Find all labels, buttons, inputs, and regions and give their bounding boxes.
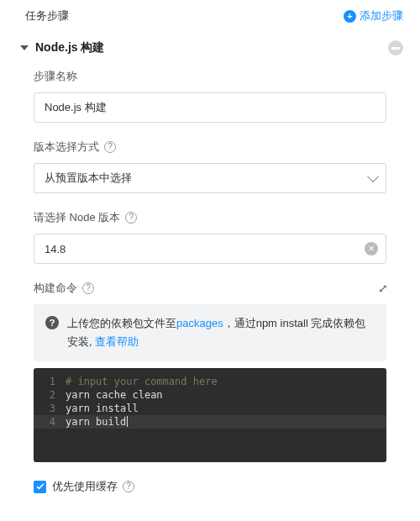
caret-down-icon[interactable] — [20, 45, 29, 50]
build-command-label: 构建命令 — [34, 281, 77, 296]
packages-link[interactable]: packages — [176, 317, 223, 329]
step-name-input[interactable] — [34, 92, 386, 123]
line-number: 3 — [42, 403, 55, 414]
line-text: yarn cache clean — [66, 389, 163, 401]
cache-checkbox-row: 优先使用缓存 ? — [34, 479, 386, 494]
code-line[interactable]: 1# input your command here — [34, 375, 386, 388]
section-body: 步骤名称 版本选择方式 ? 从预置版本中选择 请选择 Node 版本 ? ✕ 构… — [0, 66, 420, 511]
code-line[interactable]: 3yarn install — [34, 402, 386, 415]
version-method-label: 版本选择方式 — [34, 139, 99, 155]
line-text: yarn install — [66, 403, 139, 414]
header: 任务步骤 + 添加步骤 — [0, 0, 420, 34]
tip-text: 上传您的依赖包文件至packages，通过npm install 完成依赖包安装… — [67, 314, 375, 351]
help-link[interactable]: 查看帮助 — [95, 335, 139, 348]
add-step-label: 添加步骤 — [360, 8, 403, 24]
section-title: Node.js 构建 — [35, 40, 104, 55]
tip-box: ? 上传您的依赖包文件至packages，通过npm install 完成依赖包… — [34, 304, 386, 361]
cursor — [127, 416, 128, 427]
chevron-down-icon — [367, 171, 379, 182]
header-title: 任务步骤 — [25, 8, 69, 24]
collapse-icon[interactable] — [388, 40, 403, 55]
cache-label: 优先使用缓存 — [52, 479, 118, 494]
code-line[interactable]: 2yarn cache clean — [34, 388, 386, 402]
node-version-label: 请选择 Node 版本 — [34, 210, 120, 225]
help-icon[interactable]: ? — [125, 212, 137, 224]
line-text: yarn build — [66, 416, 126, 428]
field-build-command: 构建命令 ? ⤢ ? 上传您的依赖包文件至packages，通过npm inst… — [34, 281, 386, 462]
line-number: 2 — [42, 389, 55, 401]
help-icon[interactable]: ? — [123, 481, 134, 492]
code-editor[interactable]: 1# input your command here2yarn cache cl… — [34, 368, 386, 462]
cache-checkbox[interactable] — [34, 481, 46, 493]
field-step-name: 步骤名称 — [34, 69, 386, 123]
code-line[interactable]: 4yarn build — [34, 415, 386, 429]
field-version-method: 版本选择方式 ? 从预置版本中选择 — [34, 139, 386, 193]
line-number: 4 — [42, 416, 55, 428]
line-number: 1 — [42, 376, 55, 387]
clear-icon[interactable]: ✕ — [365, 242, 378, 255]
version-method-select[interactable]: 从预置版本中选择 — [34, 163, 386, 193]
node-version-input[interactable] — [34, 234, 386, 264]
line-text: # input your command here — [66, 376, 218, 387]
add-step-button[interactable]: + 添加步骤 — [344, 8, 403, 24]
expand-icon[interactable]: ⤢ — [378, 282, 386, 295]
field-node-version: 请选择 Node 版本 ? ✕ — [34, 210, 386, 264]
version-method-value: 从预置版本中选择 — [45, 171, 132, 186]
help-icon[interactable]: ? — [104, 141, 116, 153]
step-name-label: 步骤名称 — [34, 69, 386, 84]
section-header: Node.js 构建 — [0, 34, 420, 66]
help-icon[interactable]: ? — [82, 282, 94, 294]
plus-circle-icon: + — [344, 10, 356, 23]
info-icon: ? — [45, 316, 59, 329]
